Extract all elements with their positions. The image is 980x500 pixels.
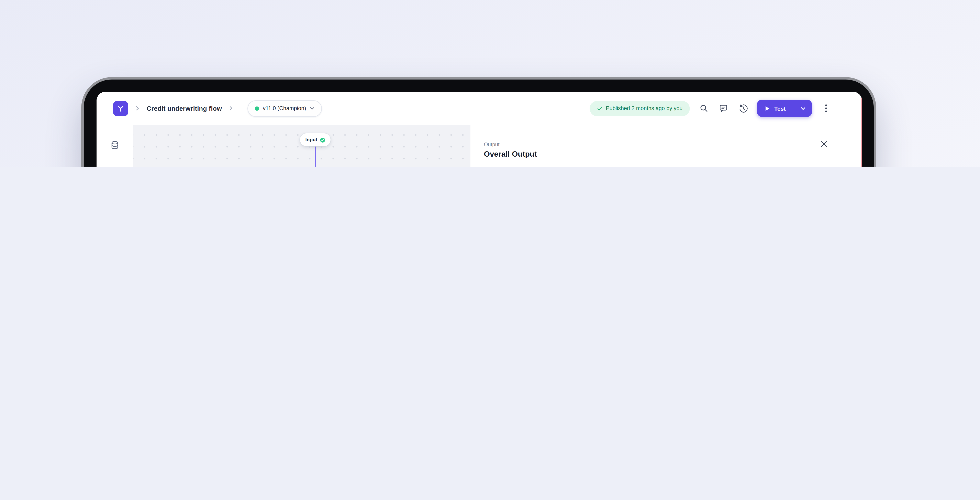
database-icon — [111, 141, 119, 150]
check-icon — [597, 105, 602, 111]
breadcrumb-chevron-icon — [229, 106, 233, 111]
app-screen: Credit underwriting flow v11.0 (Champion… — [97, 92, 862, 166]
left-sidebar: { } — [97, 125, 133, 166]
test-options-button[interactable] — [794, 100, 812, 117]
page-background: Credit underwriting flow v11.0 (Champion… — [0, 0, 980, 166]
comments-button[interactable] — [718, 103, 729, 114]
sidebar-data-sources-button[interactable] — [110, 141, 119, 150]
play-icon — [765, 105, 770, 111]
panel-title: Overall Output — [484, 150, 537, 158]
version-status-dot — [255, 106, 259, 110]
search-icon — [700, 104, 708, 113]
logo-icon — [116, 104, 125, 113]
chevron-down-icon — [310, 106, 315, 111]
breadcrumb-chevron-icon — [135, 106, 140, 111]
history-icon — [738, 104, 748, 113]
version-selector[interactable]: v11.0 (Champion) — [247, 100, 322, 117]
comment-icon — [719, 104, 728, 113]
test-button-label: Test — [774, 105, 786, 112]
version-label: v11.0 (Champion) — [263, 105, 306, 111]
flow-canvas[interactable]: Input 7 nodes Knock-out Rules — [133, 125, 471, 166]
input-node-label: Input — [305, 137, 317, 142]
device-frame: Credit underwriting flow v11.0 (Champion… — [84, 80, 874, 166]
close-panel-button[interactable] — [819, 139, 828, 148]
kebab-menu-icon — [825, 104, 827, 113]
panel-kicker: Output — [484, 141, 500, 147]
search-button[interactable] — [698, 103, 710, 114]
app-logo[interactable] — [113, 101, 128, 116]
more-options-button[interactable] — [821, 103, 832, 114]
test-button[interactable]: Test — [757, 100, 794, 117]
breadcrumb-flow-name[interactable]: Credit underwriting flow — [146, 105, 222, 112]
edge-input-knockout — [315, 146, 316, 166]
success-check-icon — [320, 137, 325, 142]
output-panel: Output Overall Output Inspect data Comme… — [471, 125, 862, 166]
test-button-group: Test — [757, 100, 812, 117]
top-bar-actions: Published 2 months ago by you — [589, 100, 832, 117]
published-status-badge: Published 2 months ago by you — [589, 101, 690, 116]
top-bar: Credit underwriting flow v11.0 (Champion… — [97, 92, 862, 125]
sidebar-schema-button[interactable]: { } — [110, 165, 119, 167]
version-history-button[interactable] — [737, 103, 748, 114]
close-icon — [820, 141, 827, 147]
published-status-text: Published 2 months ago by you — [606, 105, 682, 111]
chevron-down-icon — [800, 105, 806, 111]
flow-node-input[interactable]: Input — [300, 133, 331, 146]
braces-icon: { } — [111, 166, 119, 166]
